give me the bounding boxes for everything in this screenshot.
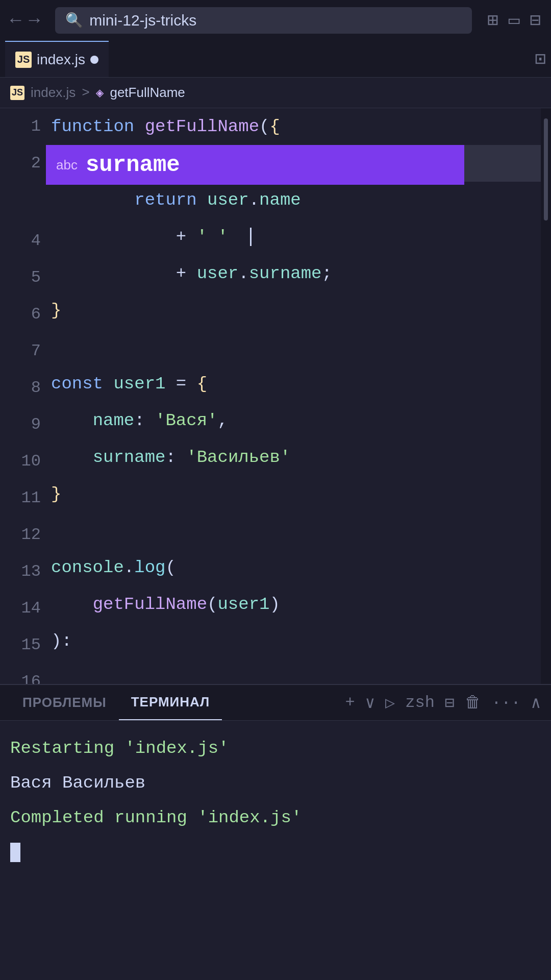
terminal[interactable]: Restarting 'index.js' Вася Васильев Comp… [0, 721, 551, 980]
line-num-4: 4 [5, 223, 41, 259]
breadcrumb-js-icon: JS [10, 86, 24, 100]
autocomplete-popup[interactable]: abc surname [46, 145, 464, 185]
bottom-panel: ПРОБЛЕМЫ ТЕРМИНАЛ + ∨ ▷ zsh ⊟ 🗑 ··· ∧ Re… [0, 684, 551, 980]
cursor [250, 228, 252, 246]
line-numbers: 1 2 4 5 6 7 8 9 10 11 12 13 14 15 16 [0, 108, 46, 698]
line-num-6: 6 [5, 296, 41, 333]
line-num-13: 13 [5, 553, 41, 590]
tab-problems[interactable]: ПРОБЛЕМЫ [10, 685, 119, 720]
line-num-11: 11 [5, 480, 41, 517]
new-terminal-icon[interactable]: + [345, 693, 355, 712]
tab-filename: index.js [37, 52, 85, 68]
search-bar[interactable]: 🔍 mini-12-js-tricks [55, 7, 472, 34]
code-line-6: + user.surname; [51, 255, 551, 292]
line-num-12: 12 [5, 517, 41, 553]
tab-js-icon: JS [15, 52, 32, 68]
tab-modified-dot [90, 56, 98, 64]
code-line-7: } [51, 292, 551, 329]
tab-terminal[interactable]: ТЕРМИНАЛ [119, 685, 222, 720]
line-num-7: 7 [5, 333, 41, 370]
line-num-10: 10 [5, 443, 41, 480]
terminal-cursor [10, 843, 20, 862]
panel-layout-icon[interactable]: ⊡ [535, 48, 546, 70]
code-line-14: console.log( [51, 549, 551, 586]
search-text: mini-12-js-tricks [89, 12, 196, 29]
layout-icon-1[interactable]: ⊞ [487, 9, 498, 32]
code-area[interactable]: function getFullName({ name, surname abc… [46, 108, 551, 698]
scrollbar-thumb[interactable] [544, 118, 548, 220]
code-line-4: return user.name [51, 182, 551, 218]
chevron-down-icon[interactable]: ∨ [365, 693, 375, 713]
code-line-10: name: 'Вася', [51, 402, 551, 439]
layout-icon-2[interactable]: ▭ [509, 9, 520, 32]
code-line-5: + ' ' [51, 218, 551, 255]
panel-tabs-bar: ПРОБЛЕМЫ ТЕРМИНАЛ + ∨ ▷ zsh ⊟ 🗑 ··· ∧ [0, 685, 551, 721]
split-terminal-icon[interactable]: ⊟ [445, 693, 455, 713]
shell-label: zsh [405, 693, 435, 712]
code-line-12: } [51, 476, 551, 512]
search-icon: 🔍 [65, 12, 83, 29]
terminal-line-1: Restarting 'index.js' [10, 731, 541, 766]
terminal-line-3: Completed running 'index.js' [10, 800, 541, 835]
chevron-up-icon[interactable]: ∧ [531, 693, 541, 713]
line-num-15: 15 [5, 627, 41, 664]
tab-bar: JS index.js ⊡ [0, 41, 551, 78]
code-line-16: ): [51, 623, 551, 659]
line-num-8: 8 [5, 370, 41, 406]
line-num-5: 5 [5, 259, 41, 296]
breadcrumb-sep: > [82, 85, 90, 101]
editor-container: 1 2 4 5 6 7 8 9 10 11 12 13 14 15 16 fun… [0, 108, 551, 698]
code-line-8 [51, 329, 551, 365]
line-num-1: 1 [5, 108, 41, 145]
active-tab[interactable]: JS index.js [5, 41, 109, 77]
line-num-14: 14 [5, 590, 41, 627]
nav-icons: ⊞ ▭ ⊟ [487, 9, 541, 32]
autocomplete-type: abc [56, 157, 78, 173]
run-icon[interactable]: ▷ [385, 693, 395, 713]
layout-icon-3[interactable]: ⊟ [530, 9, 541, 32]
trash-icon[interactable]: 🗑 [465, 693, 481, 713]
more-options-icon[interactable]: ··· [491, 693, 521, 712]
breadcrumb-func-icon: ◈ [96, 85, 104, 101]
nav-arrows: ← → [10, 10, 40, 31]
autocomplete-value: surname [86, 152, 180, 178]
breadcrumb-file[interactable]: index.js [31, 85, 76, 101]
line-num-9: 9 [5, 406, 41, 443]
terminal-prompt [10, 835, 541, 870]
breadcrumb: JS index.js > ◈ getFullName [0, 78, 551, 108]
line-num-2: 2 [5, 145, 41, 182]
forward-button[interactable]: → [29, 10, 40, 31]
code-line-1: function getFullName({ [51, 108, 551, 145]
breadcrumb-func-name[interactable]: getFullName [110, 85, 185, 101]
panel-tab-icons: + ∨ ▷ zsh ⊟ 🗑 ··· ∧ [345, 693, 541, 713]
code-line-13 [51, 512, 551, 549]
terminal-line-2: Вася Васильев [10, 766, 541, 800]
code-line-11: surname: 'Васильев' [51, 439, 551, 476]
back-button[interactable]: ← [10, 10, 21, 31]
code-line-9: const user1 = { [51, 365, 551, 402]
minimap-scrollbar [541, 108, 551, 698]
nav-bar: ← → 🔍 mini-12-js-tricks ⊞ ▭ ⊟ [0, 0, 551, 41]
code-line-15: getFullName(user1) [51, 586, 551, 623]
